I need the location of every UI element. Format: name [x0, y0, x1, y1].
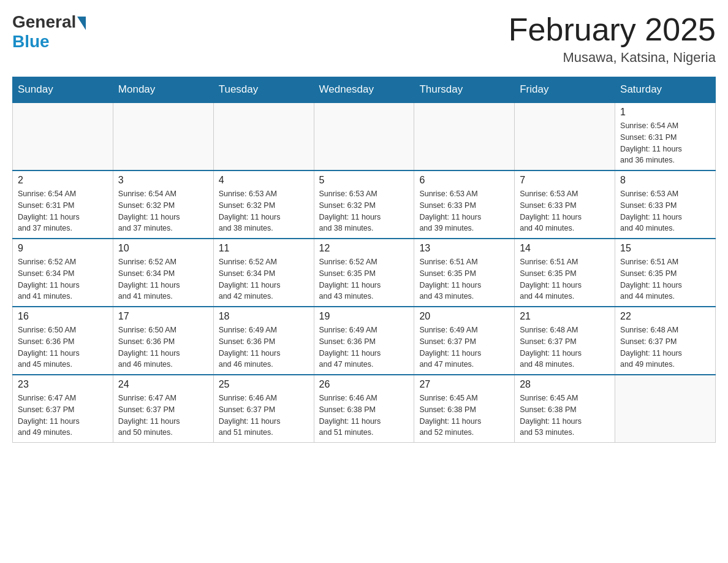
col-saturday: Saturday: [615, 77, 716, 103]
week-row: 2Sunrise: 6:54 AMSunset: 6:31 PMDaylight…: [13, 170, 716, 239]
col-friday: Friday: [515, 77, 615, 103]
day-info: Sunrise: 6:47 AMSunset: 6:37 PMDaylight:…: [118, 393, 208, 439]
calendar-cell: 25Sunrise: 6:46 AMSunset: 6:37 PMDayligh…: [213, 375, 314, 443]
calendar-cell: [314, 102, 414, 170]
day-info: Sunrise: 6:51 AMSunset: 6:35 PMDaylight:…: [520, 256, 610, 302]
day-info: Sunrise: 6:45 AMSunset: 6:38 PMDaylight:…: [520, 393, 610, 439]
calendar-cell: 16Sunrise: 6:50 AMSunset: 6:36 PMDayligh…: [13, 307, 113, 375]
calendar-cell: 13Sunrise: 6:51 AMSunset: 6:35 PMDayligh…: [414, 239, 515, 307]
day-number: 19: [319, 311, 409, 322]
day-number: 3: [118, 175, 208, 186]
day-number: 2: [18, 175, 108, 186]
day-info: Sunrise: 6:51 AMSunset: 6:35 PMDaylight:…: [620, 256, 710, 302]
day-info: Sunrise: 6:53 AMSunset: 6:33 PMDaylight:…: [520, 188, 610, 234]
day-info: Sunrise: 6:48 AMSunset: 6:37 PMDaylight:…: [620, 324, 710, 370]
day-number: 27: [419, 379, 509, 390]
calendar-cell: 18Sunrise: 6:49 AMSunset: 6:36 PMDayligh…: [213, 307, 314, 375]
day-number: 1: [620, 107, 710, 118]
week-row: 23Sunrise: 6:47 AMSunset: 6:37 PMDayligh…: [13, 375, 716, 443]
week-row: 16Sunrise: 6:50 AMSunset: 6:36 PMDayligh…: [13, 307, 716, 375]
day-info: Sunrise: 6:54 AMSunset: 6:31 PMDaylight:…: [18, 188, 108, 234]
day-number: 9: [18, 243, 108, 254]
day-number: 4: [219, 175, 309, 186]
calendar-cell: 22Sunrise: 6:48 AMSunset: 6:37 PMDayligh…: [615, 307, 716, 375]
day-number: 26: [319, 379, 409, 390]
day-number: 12: [319, 243, 409, 254]
day-number: 16: [18, 311, 108, 322]
calendar-cell: [414, 102, 515, 170]
calendar-cell: 15Sunrise: 6:51 AMSunset: 6:35 PMDayligh…: [615, 239, 716, 307]
day-info: Sunrise: 6:45 AMSunset: 6:38 PMDaylight:…: [419, 393, 509, 439]
calendar-cell: 6Sunrise: 6:53 AMSunset: 6:33 PMDaylight…: [414, 170, 515, 239]
calendar-cell: [615, 375, 716, 443]
week-row: 9Sunrise: 6:52 AMSunset: 6:34 PMDaylight…: [13, 239, 716, 307]
calendar-cell: 23Sunrise: 6:47 AMSunset: 6:37 PMDayligh…: [13, 375, 113, 443]
logo-triangle-icon: [77, 17, 86, 30]
calendar-cell: 7Sunrise: 6:53 AMSunset: 6:33 PMDaylight…: [515, 170, 615, 239]
calendar-cell: 5Sunrise: 6:53 AMSunset: 6:32 PMDaylight…: [314, 170, 414, 239]
day-info: Sunrise: 6:48 AMSunset: 6:37 PMDaylight:…: [520, 324, 610, 370]
logo-general-text: General: [12, 12, 76, 32]
calendar-cell: 8Sunrise: 6:53 AMSunset: 6:33 PMDaylight…: [615, 170, 716, 239]
day-info: Sunrise: 6:49 AMSunset: 6:36 PMDaylight:…: [319, 324, 409, 370]
calendar-cell: 12Sunrise: 6:52 AMSunset: 6:35 PMDayligh…: [314, 239, 414, 307]
logo: General Blue: [12, 12, 87, 52]
page-header: General Blue February 2025 Musawa, Katsi…: [12, 12, 716, 66]
day-info: Sunrise: 6:46 AMSunset: 6:38 PMDaylight:…: [319, 393, 409, 439]
calendar-cell: 24Sunrise: 6:47 AMSunset: 6:37 PMDayligh…: [113, 375, 213, 443]
day-info: Sunrise: 6:49 AMSunset: 6:37 PMDaylight:…: [419, 324, 509, 370]
day-info: Sunrise: 6:54 AMSunset: 6:32 PMDaylight:…: [118, 188, 208, 234]
col-sunday: Sunday: [13, 77, 113, 103]
calendar-cell: 11Sunrise: 6:52 AMSunset: 6:34 PMDayligh…: [213, 239, 314, 307]
day-number: 21: [520, 311, 610, 322]
calendar-table: Sunday Monday Tuesday Wednesday Thursday…: [12, 77, 716, 443]
day-number: 6: [419, 175, 509, 186]
day-number: 11: [219, 243, 309, 254]
day-number: 13: [419, 243, 509, 254]
col-tuesday: Tuesday: [213, 77, 314, 103]
header-row: Sunday Monday Tuesday Wednesday Thursday…: [13, 77, 716, 103]
day-info: Sunrise: 6:52 AMSunset: 6:34 PMDaylight:…: [18, 256, 108, 302]
day-info: Sunrise: 6:52 AMSunset: 6:34 PMDaylight:…: [219, 256, 309, 302]
day-number: 18: [219, 311, 309, 322]
col-thursday: Thursday: [414, 77, 515, 103]
day-info: Sunrise: 6:50 AMSunset: 6:36 PMDaylight:…: [18, 324, 108, 370]
day-number: 10: [118, 243, 208, 254]
day-info: Sunrise: 6:46 AMSunset: 6:37 PMDaylight:…: [219, 393, 309, 439]
day-info: Sunrise: 6:49 AMSunset: 6:36 PMDaylight:…: [219, 324, 309, 370]
calendar-subtitle: Musawa, Katsina, Nigeria: [509, 50, 716, 66]
day-info: Sunrise: 6:53 AMSunset: 6:33 PMDaylight:…: [419, 188, 509, 234]
calendar-cell: 3Sunrise: 6:54 AMSunset: 6:32 PMDaylight…: [113, 170, 213, 239]
day-number: 8: [620, 175, 710, 186]
day-number: 24: [118, 379, 208, 390]
title-area: February 2025 Musawa, Katsina, Nigeria: [509, 12, 716, 66]
calendar-cell: 10Sunrise: 6:52 AMSunset: 6:34 PMDayligh…: [113, 239, 213, 307]
day-info: Sunrise: 6:47 AMSunset: 6:37 PMDaylight:…: [18, 393, 108, 439]
day-number: 17: [118, 311, 208, 322]
day-number: 14: [520, 243, 610, 254]
day-number: 22: [620, 311, 710, 322]
calendar-cell: 28Sunrise: 6:45 AMSunset: 6:38 PMDayligh…: [515, 375, 615, 443]
calendar-cell: 14Sunrise: 6:51 AMSunset: 6:35 PMDayligh…: [515, 239, 615, 307]
day-info: Sunrise: 6:52 AMSunset: 6:35 PMDaylight:…: [319, 256, 409, 302]
calendar-cell: 4Sunrise: 6:53 AMSunset: 6:32 PMDaylight…: [213, 170, 314, 239]
day-info: Sunrise: 6:52 AMSunset: 6:34 PMDaylight:…: [118, 256, 208, 302]
calendar-cell: 17Sunrise: 6:50 AMSunset: 6:36 PMDayligh…: [113, 307, 213, 375]
calendar-cell: 9Sunrise: 6:52 AMSunset: 6:34 PMDaylight…: [13, 239, 113, 307]
day-number: 20: [419, 311, 509, 322]
calendar-cell: 26Sunrise: 6:46 AMSunset: 6:38 PMDayligh…: [314, 375, 414, 443]
day-info: Sunrise: 6:53 AMSunset: 6:33 PMDaylight:…: [620, 188, 710, 234]
day-number: 23: [18, 379, 108, 390]
calendar-cell: 2Sunrise: 6:54 AMSunset: 6:31 PMDaylight…: [13, 170, 113, 239]
day-number: 28: [520, 379, 610, 390]
day-info: Sunrise: 6:50 AMSunset: 6:36 PMDaylight:…: [118, 324, 208, 370]
day-number: 5: [319, 175, 409, 186]
calendar-title: February 2025: [509, 12, 716, 47]
calendar-cell: 1Sunrise: 6:54 AMSunset: 6:31 PMDaylight…: [615, 102, 716, 170]
day-number: 25: [219, 379, 309, 390]
day-info: Sunrise: 6:51 AMSunset: 6:35 PMDaylight:…: [419, 256, 509, 302]
day-info: Sunrise: 6:54 AMSunset: 6:31 PMDaylight:…: [620, 120, 710, 166]
calendar-cell: [13, 102, 113, 170]
calendar-cell: 21Sunrise: 6:48 AMSunset: 6:37 PMDayligh…: [515, 307, 615, 375]
day-number: 15: [620, 243, 710, 254]
